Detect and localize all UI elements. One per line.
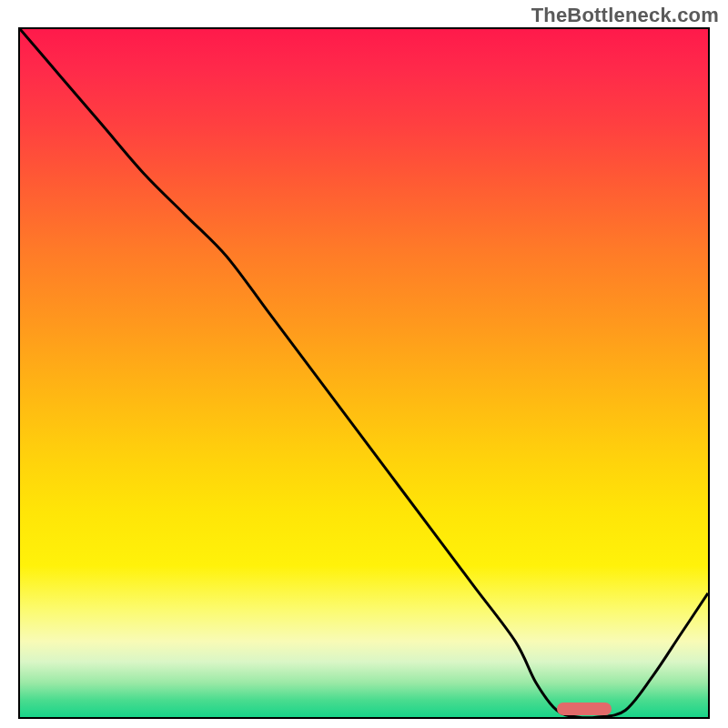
chart-stage: TheBottleneck.com	[0, 0, 728, 728]
curve-path	[20, 29, 708, 717]
bottleneck-curve	[20, 29, 708, 717]
watermark-text: TheBottleneck.com	[531, 4, 719, 27]
plot-area	[18, 27, 710, 719]
optimal-range-marker	[557, 703, 612, 715]
